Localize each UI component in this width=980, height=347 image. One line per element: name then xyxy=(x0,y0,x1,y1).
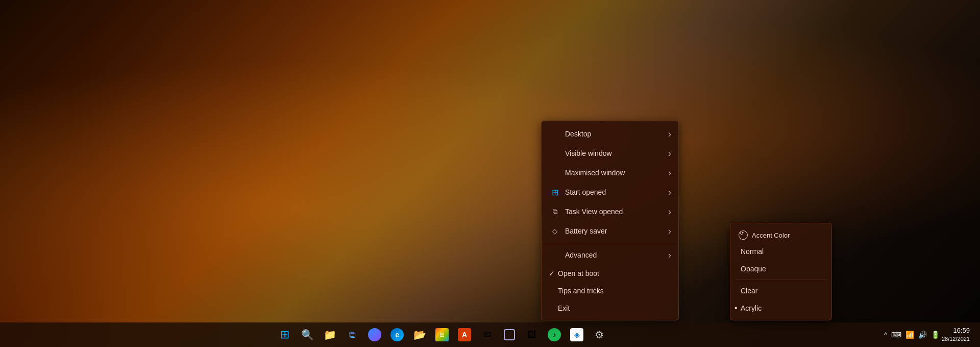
clock-date: 28/12/2021 xyxy=(942,335,970,343)
submenu-header: ↺ Accent Color xyxy=(730,226,831,243)
submenu-header-label: Accent Color xyxy=(752,232,790,239)
taskbar-phone-link[interactable] xyxy=(499,325,520,345)
submenu-item-acrylic[interactable]: Acrylic xyxy=(730,299,831,317)
menu-item-tips[interactable]: Tips and tricks xyxy=(542,282,678,299)
menu-item-battery-saver[interactable]: ◇ Battery saver xyxy=(542,221,678,241)
taskbar-settings[interactable]: ⚙ xyxy=(589,325,609,345)
context-menu: Desktop Visible window Maximised window … xyxy=(541,121,679,320)
menu-divider-1 xyxy=(542,243,678,243)
advanced-icon xyxy=(550,250,560,260)
menu-item-start-opened-label: Start opened xyxy=(565,188,606,196)
open-at-boot-check: ✓ xyxy=(549,269,555,277)
visible-window-icon xyxy=(550,148,560,158)
menu-item-maximised-window[interactable]: Maximised window xyxy=(542,163,678,182)
menu-item-task-view-label: Task View opened xyxy=(565,207,623,216)
clock-time: 16:59 xyxy=(942,326,970,335)
taskbar-system-tray: ^ ⌨ 📶 🔊 🔋 16:59 28/12/2021 xyxy=(884,326,980,343)
submenu-divider-1 xyxy=(736,280,826,280)
menu-item-battery-saver-label: Battery saver xyxy=(565,227,607,235)
submenu-item-clear[interactable]: Clear xyxy=(730,282,831,299)
menu-item-tips-label: Tips and tricks xyxy=(558,287,604,295)
taskbar-spotify[interactable]: ♪ xyxy=(544,325,565,345)
menu-item-desktop[interactable]: Desktop xyxy=(542,124,678,144)
menu-item-advanced[interactable]: Advanced xyxy=(542,245,678,265)
menu-item-desktop-label: Desktop xyxy=(565,130,591,138)
menu-item-maximised-window-label: Maximised window xyxy=(565,169,625,177)
taskbar-clock[interactable]: 16:59 28/12/2021 xyxy=(942,326,974,343)
submenu-item-opaque[interactable]: Opaque xyxy=(730,260,831,277)
taskbar-snap-layouts[interactable]: ⧉ xyxy=(342,325,362,345)
taskbar-start-button[interactable]: ⊞ xyxy=(275,325,295,345)
taskbar-file-explorer[interactable]: 📁 xyxy=(320,325,340,345)
submenu-acrylic-label: Acrylic xyxy=(741,304,762,312)
taskbar-photos[interactable]: 🖼 xyxy=(522,325,542,345)
desktop-background xyxy=(0,0,980,347)
menu-item-start-opened[interactable]: ⊞ Start opened xyxy=(542,182,678,202)
task-view-icon: ⧉ xyxy=(550,206,560,217)
menu-item-exit[interactable]: Exit xyxy=(542,299,678,317)
maximised-window-icon xyxy=(550,168,560,178)
taskbar-edge[interactable]: e xyxy=(387,325,407,345)
submenu-accent-color: ↺ Accent Color Normal Opaque Clear Acryl… xyxy=(730,223,832,320)
menu-item-visible-window[interactable]: Visible window xyxy=(542,144,678,163)
wifi-icon[interactable]: 📶 xyxy=(905,331,914,339)
start-icon: ⊞ xyxy=(550,187,560,197)
submenu-normal-label: Normal xyxy=(741,247,764,256)
keyboard-icon: ⌨ xyxy=(891,331,901,339)
accent-color-icon: ↺ xyxy=(737,229,749,241)
menu-item-task-view[interactable]: ⧉ Task View opened xyxy=(542,202,678,221)
desktop-icon xyxy=(550,129,560,139)
taskbar-zoom[interactable] xyxy=(364,325,385,345)
taskbar-whiteboard[interactable]: ◈ xyxy=(567,325,587,345)
submenu-opaque-label: Opaque xyxy=(741,265,766,273)
menu-item-exit-label: Exit xyxy=(558,304,570,312)
taskbar-search-button[interactable]: 🔍 xyxy=(297,325,317,345)
menu-item-open-at-boot[interactable]: ✓ Open at boot xyxy=(542,265,678,282)
taskbar-folder[interactable]: 📂 xyxy=(409,325,430,345)
battery-icon[interactable]: 🔋 xyxy=(931,331,940,339)
menu-item-open-at-boot-label: Open at boot xyxy=(558,269,599,277)
taskbar-icons: ⊞ 🔍 📁 ⧉ e 📂 ⊞ A ✉ 🖼 ♪ ◈ ⚙ xyxy=(0,325,884,345)
show-hidden-icon[interactable]: ^ xyxy=(884,331,887,338)
submenu-item-normal[interactable]: Normal xyxy=(730,243,831,260)
submenu-clear-label: Clear xyxy=(741,287,757,295)
menu-item-advanced-label: Advanced xyxy=(565,251,597,259)
volume-icon[interactable]: 🔊 xyxy=(918,331,927,339)
menu-item-visible-window-label: Visible window xyxy=(565,149,612,157)
battery-saver-icon: ◇ xyxy=(550,226,560,236)
taskbar-mail[interactable]: ✉ xyxy=(477,325,497,345)
system-tray-icons: ^ ⌨ 📶 🔊 🔋 xyxy=(884,331,940,339)
taskbar: ⊞ 🔍 📁 ⧉ e 📂 ⊞ A ✉ 🖼 ♪ ◈ ⚙ ^ xyxy=(0,322,980,347)
taskbar-office[interactable]: A xyxy=(454,325,475,345)
taskbar-store[interactable]: ⊞ xyxy=(432,325,452,345)
